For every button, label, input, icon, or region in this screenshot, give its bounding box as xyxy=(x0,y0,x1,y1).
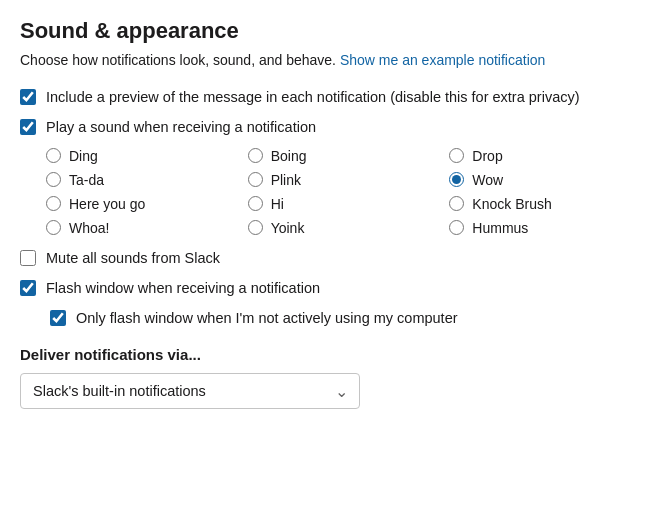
sound-radio-whoa[interactable] xyxy=(46,220,61,235)
subtitle-static: Choose how notifications look, sound, an… xyxy=(20,52,336,68)
sound-radio-drop[interactable] xyxy=(449,148,464,163)
deliver-section-title: Deliver notifications via... xyxy=(20,346,647,363)
sound-checkbox[interactable] xyxy=(20,119,36,135)
deliver-dropdown-wrapper: Slack's built-in notificationsSystem not… xyxy=(20,373,360,409)
sound-option-hummus: Hummus xyxy=(449,220,647,236)
sound-radio-hummus[interactable] xyxy=(449,220,464,235)
sound-radio-knockbrush[interactable] xyxy=(449,196,464,211)
preview-label[interactable]: Include a preview of the message in each… xyxy=(46,87,580,107)
sound-option-knockbrush: Knock Brush xyxy=(449,196,647,212)
only-flash-label[interactable]: Only flash window when I'm not actively … xyxy=(76,308,458,328)
sound-radio-tada[interactable] xyxy=(46,172,61,187)
sound-option-drop: Drop xyxy=(449,148,647,164)
sound-checkbox-row: Play a sound when receiving a notificati… xyxy=(20,117,647,137)
page-title: Sound & appearance xyxy=(20,18,647,44)
sound-label-plink[interactable]: Plink xyxy=(271,172,301,188)
sound-option-boing: Boing xyxy=(248,148,446,164)
sound-label-knockbrush[interactable]: Knock Brush xyxy=(472,196,551,212)
sound-label-boing[interactable]: Boing xyxy=(271,148,307,164)
sound-option-plink: Plink xyxy=(248,172,446,188)
sound-radio-hereyougo[interactable] xyxy=(46,196,61,211)
sound-radio-yoink[interactable] xyxy=(248,220,263,235)
sound-label-hummus[interactable]: Hummus xyxy=(472,220,528,236)
mute-checkbox-row: Mute all sounds from Slack xyxy=(20,248,647,268)
sound-option-whoa: Whoa! xyxy=(46,220,244,236)
sound-radio-ding[interactable] xyxy=(46,148,61,163)
sound-label-whoa[interactable]: Whoa! xyxy=(69,220,109,236)
sound-option-hereyougo: Here you go xyxy=(46,196,244,212)
only-flash-checkbox-row: Only flash window when I'm not actively … xyxy=(50,308,647,328)
sound-radio-plink[interactable] xyxy=(248,172,263,187)
subtitle-text: Choose how notifications look, sound, an… xyxy=(20,50,647,71)
sound-label-wow[interactable]: Wow xyxy=(472,172,503,188)
sound-label-hi[interactable]: Hi xyxy=(271,196,284,212)
sound-option-hi: Hi xyxy=(248,196,446,212)
sound-option-wow: Wow xyxy=(449,172,647,188)
mute-label[interactable]: Mute all sounds from Slack xyxy=(46,248,220,268)
sound-label-drop[interactable]: Drop xyxy=(472,148,502,164)
flash-label[interactable]: Flash window when receiving a notificati… xyxy=(46,278,320,298)
sound-label-tada[interactable]: Ta-da xyxy=(69,172,104,188)
flash-checkbox[interactable] xyxy=(20,280,36,296)
preview-checkbox[interactable] xyxy=(20,89,36,105)
mute-checkbox[interactable] xyxy=(20,250,36,266)
sound-radio-wow[interactable] xyxy=(449,172,464,187)
flash-checkbox-row: Flash window when receiving a notificati… xyxy=(20,278,647,298)
sound-options-grid: DingBoingDropTa-daPlinkWowHere you goHiK… xyxy=(46,148,647,236)
example-notification-link[interactable]: Show me an example notification xyxy=(340,52,545,68)
sound-radio-boing[interactable] xyxy=(248,148,263,163)
sound-option-tada: Ta-da xyxy=(46,172,244,188)
sound-label-ding[interactable]: Ding xyxy=(69,148,98,164)
only-flash-checkbox[interactable] xyxy=(50,310,66,326)
sound-option-yoink: Yoink xyxy=(248,220,446,236)
sound-option-ding: Ding xyxy=(46,148,244,164)
sound-label-yoink[interactable]: Yoink xyxy=(271,220,305,236)
sound-label[interactable]: Play a sound when receiving a notificati… xyxy=(46,117,316,137)
preview-checkbox-row: Include a preview of the message in each… xyxy=(20,87,647,107)
sound-radio-hi[interactable] xyxy=(248,196,263,211)
deliver-dropdown[interactable]: Slack's built-in notificationsSystem not… xyxy=(20,373,360,409)
sound-label-hereyougo[interactable]: Here you go xyxy=(69,196,145,212)
